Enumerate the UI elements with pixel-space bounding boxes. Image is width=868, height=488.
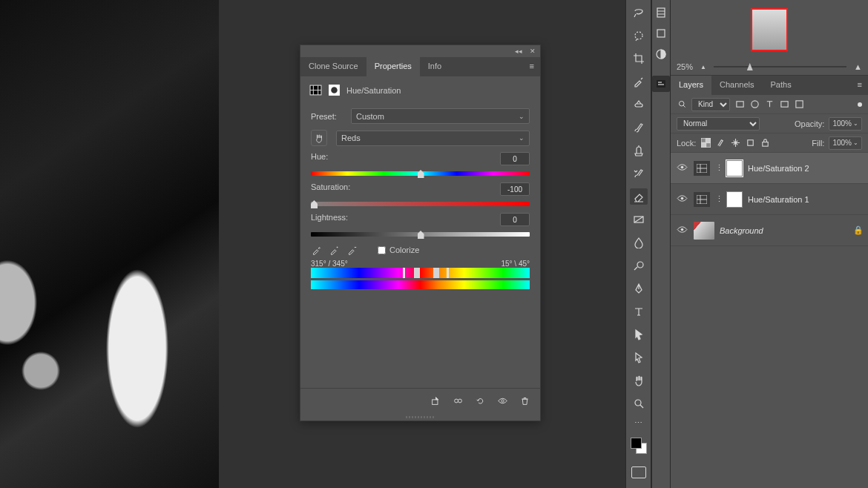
zoom-level[interactable]: 25%: [677, 62, 693, 71]
visibility-icon[interactable]: [497, 396, 507, 406]
tab-layers[interactable]: Layers: [671, 76, 711, 95]
dock-adjustments-icon[interactable]: [652, 46, 670, 62]
layer-mask-thumbnail[interactable]: [726, 160, 743, 177]
zoom-out-icon[interactable]: ▲: [700, 64, 706, 70]
svg-rect-13: [657, 30, 665, 37]
layer-row[interactable]: ⋮ Hue/Saturation 2: [671, 153, 868, 184]
lock-position-icon[interactable]: [730, 138, 740, 148]
opacity-label: Opacity:: [795, 119, 824, 128]
hue-slider[interactable]: Hue:: [311, 152, 530, 177]
dock-actions-icon[interactable]: [652, 25, 670, 42]
filter-shape-icon[interactable]: [779, 99, 789, 110]
blur-tool-icon[interactable]: [630, 234, 648, 251]
type-tool-icon[interactable]: [630, 303, 648, 320]
dodge-tool-icon[interactable]: [630, 257, 648, 274]
tab-channels[interactable]: Channels: [711, 76, 762, 95]
filter-pixel-icon[interactable]: [734, 99, 745, 110]
dock-properties-icon[interactable]: [652, 76, 670, 92]
adjustment-thumb-icon: [694, 192, 710, 207]
layer-row[interactable]: Background 🔒: [671, 215, 868, 246]
layer-row[interactable]: ⋮ Hue/Saturation 1: [671, 184, 868, 215]
rectangle-tool-icon[interactable]: [630, 349, 648, 366]
foreground-background-swatch[interactable]: [631, 438, 647, 454]
eraser-tool-icon[interactable]: [630, 188, 648, 205]
hand-tool-icon[interactable]: [630, 372, 648, 389]
quick-selection-tool-icon[interactable]: [630, 27, 648, 44]
lock-artboard-icon[interactable]: [745, 138, 755, 148]
filter-type-icon[interactable]: [764, 99, 775, 110]
mask-link-icon[interactable]: ⋮: [715, 194, 721, 204]
visibility-icon[interactable]: [677, 194, 688, 204]
layer-thumbnail[interactable]: [694, 222, 714, 240]
saturation-input[interactable]: [500, 182, 530, 196]
close-icon[interactable]: ✕: [530, 47, 536, 55]
view-previous-state-icon[interactable]: [453, 396, 463, 406]
filter-smartobject-icon[interactable]: [794, 99, 804, 110]
mask-link-icon[interactable]: ⋮: [715, 163, 721, 173]
pen-tool-icon[interactable]: [630, 280, 648, 297]
eyedropper-add-icon[interactable]: [329, 245, 339, 255]
clip-to-layer-icon[interactable]: [430, 396, 441, 406]
layer-name[interactable]: Background: [720, 226, 848, 235]
tool-options-icon[interactable]: ⋯: [634, 418, 642, 428]
canvas-area[interactable]: [0, 0, 219, 488]
channel-dropdown[interactable]: Reds ⌄: [336, 131, 530, 146]
tab-clone-source[interactable]: Clone Source: [300, 57, 366, 76]
gradient-tool-icon[interactable]: [630, 211, 648, 228]
eyedropper-icon[interactable]: [311, 245, 321, 255]
lock-transparency-icon[interactable]: [700, 138, 711, 148]
zoom-in-icon[interactable]: ▲: [854, 62, 862, 71]
lasso-tool-icon[interactable]: [630, 4, 648, 21]
lock-all-icon[interactable]: [760, 138, 770, 148]
screen-mode-icon[interactable]: [631, 466, 646, 478]
panel-menu-icon[interactable]: ≡: [524, 57, 540, 76]
preset-value: Custom: [356, 112, 384, 121]
brush-tool-icon[interactable]: [630, 119, 648, 136]
panel-menu-icon[interactable]: ≡: [852, 76, 868, 95]
zoom-tool-icon[interactable]: [630, 395, 648, 412]
filter-adjustment-icon[interactable]: [749, 99, 760, 110]
visibility-icon[interactable]: [677, 163, 688, 173]
delete-icon[interactable]: [519, 396, 530, 406]
eyedropper-tool-icon[interactable]: [630, 73, 648, 90]
colorize-checkbox[interactable]: Colorize: [378, 245, 419, 254]
collapse-icon[interactable]: ◂◂: [515, 47, 522, 55]
visibility-icon[interactable]: [677, 225, 688, 235]
filter-toggle-icon[interactable]: [858, 102, 862, 107]
svg-rect-1: [329, 85, 340, 96]
history-brush-tool-icon[interactable]: [630, 165, 648, 182]
navigator-thumbnail[interactable]: [751, 8, 788, 51]
hue-range-strip-top[interactable]: [311, 268, 530, 278]
fill-field[interactable]: 100%⌄: [829, 136, 862, 150]
crop-tool-icon[interactable]: [630, 50, 648, 67]
zoom-slider[interactable]: [714, 66, 846, 67]
tab-info[interactable]: Info: [420, 57, 450, 76]
lightness-slider[interactable]: Lightness:: [311, 213, 530, 237]
layer-filter-type[interactable]: Kind: [691, 98, 730, 111]
svg-point-30: [681, 228, 684, 231]
hue-input[interactable]: [500, 152, 530, 165]
layer-name[interactable]: Hue/Saturation 2: [748, 164, 862, 173]
preset-dropdown[interactable]: Custom ⌄: [351, 108, 530, 124]
svg-point-4: [454, 399, 458, 403]
chevron-down-icon: ⌄: [519, 134, 525, 142]
healing-brush-tool-icon[interactable]: [630, 96, 648, 113]
path-selection-tool-icon[interactable]: [630, 326, 648, 343]
lock-pixels-icon[interactable]: [715, 138, 726, 148]
hue-label: Hue:: [311, 152, 328, 165]
reset-icon[interactable]: [475, 396, 485, 406]
tab-paths[interactable]: Paths: [763, 76, 800, 95]
clone-stamp-tool-icon[interactable]: [630, 142, 648, 159]
opacity-field[interactable]: 100%⌄: [829, 117, 862, 131]
panel-resize-grip[interactable]: [300, 413, 540, 421]
blend-mode-select[interactable]: Normal: [677, 117, 760, 131]
eyedropper-subtract-icon[interactable]: [346, 245, 357, 255]
layer-mask-thumbnail[interactable]: [726, 191, 743, 208]
dock-history-icon[interactable]: [652, 4, 670, 21]
targeted-adjustment-icon[interactable]: [311, 130, 327, 146]
saturation-slider[interactable]: Saturation:: [311, 182, 530, 207]
lightness-input[interactable]: [500, 213, 530, 226]
lock-icon[interactable]: 🔒: [853, 225, 862, 235]
tab-properties[interactable]: Properties: [366, 57, 420, 76]
layer-name[interactable]: Hue/Saturation 1: [748, 195, 862, 204]
